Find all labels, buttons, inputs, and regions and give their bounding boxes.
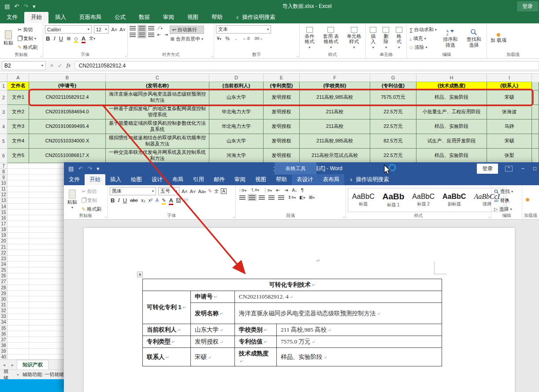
word-tab-绘图[interactable]: 绘图 <box>126 174 147 185</box>
row-header-35[interactable]: 35 <box>0 325 7 331</box>
column-header-G[interactable]: G <box>370 74 416 82</box>
word-table-cell[interactable]: 可转化专利技术↵ <box>143 279 442 291</box>
word-table-cell[interactable]: 211 高校,985 高校↵ <box>277 324 442 336</box>
font-name-combo[interactable]: Calibri▾ <box>45 25 92 34</box>
align-left-icon[interactable] <box>130 33 136 37</box>
multilevel-list-icon[interactable]: ⋮≡▾ <box>263 188 272 193</box>
row-header-13[interactable]: 13 <box>0 198 7 204</box>
excel-cell[interactable] <box>7 221 29 227</box>
borders-icon[interactable]: ⊞▾ <box>309 194 315 200</box>
row-header-18[interactable]: 18 <box>0 227 7 233</box>
row-header-23[interactable]: 23 <box>0 256 7 261</box>
cancel-icon[interactable]: × <box>50 63 53 69</box>
excel-cell[interactable]: CN201510086817.X <box>29 149 106 163</box>
select-button[interactable]: ▷选择▾ <box>493 205 514 213</box>
column-header-H[interactable]: H <box>416 74 487 82</box>
bold-icon[interactable]: B <box>46 35 50 42</box>
row-header-7[interactable]: 7 <box>0 163 7 169</box>
excel-tab-数据[interactable]: 数据 <box>132 12 156 23</box>
excel-cell[interactable]: 文件5 <box>7 149 29 163</box>
row-header-26[interactable]: 26 <box>0 273 7 279</box>
row-header-34[interactable]: 34 <box>0 320 7 325</box>
header-cell[interactable] <box>532 82 539 90</box>
word-table-cell[interactable]: 专利类型↵ <box>143 336 191 348</box>
excel-cell[interactable] <box>7 180 29 186</box>
row-header-39[interactable]: 39 <box>0 349 7 355</box>
font-color-icon[interactable]: A <box>169 197 173 204</box>
style-item-1[interactable]: AaBbC标题 <box>348 188 379 212</box>
word-table-cell[interactable]: 样品、实验阶段↵ <box>277 348 442 366</box>
comma-icon[interactable]: ， <box>234 35 238 41</box>
excel-cell[interactable]: 211高校,985高校 <box>300 134 370 149</box>
header-cell[interactable]: {学校类别} <box>300 82 370 90</box>
column-header-C[interactable]: C <box>106 74 209 82</box>
font-size-combo[interactable]: 12▾ <box>94 25 109 34</box>
redo-icon[interactable]: ↷ <box>87 165 92 172</box>
excel-tab-审阅[interactable]: 审阅 <box>156 12 181 23</box>
style-item-2[interactable]: AaBb标题 1 <box>379 188 409 212</box>
sheet-next-icon[interactable]: ▸ <box>8 362 17 367</box>
format-painter-button[interactable]: ✎格式刷 <box>17 44 38 51</box>
excel-cell[interactable]: 211高校,985高校 <box>300 90 370 105</box>
change-case-icon[interactable]: Aa▾ <box>198 189 206 194</box>
header-cell[interactable]: 文件名 <box>7 82 29 90</box>
shrink-font-icon[interactable]: A˅ <box>119 27 126 32</box>
borders-icon[interactable]: ⊞ <box>67 36 71 41</box>
font-dialog-launcher[interactable]: ⌟ <box>125 53 126 57</box>
copy-button[interactable]: 复制▾ <box>17 35 38 42</box>
word-tab-邮件[interactable]: 邮件 <box>209 174 230 185</box>
clear-button[interactable]: ◇清除▾ <box>409 44 438 51</box>
excel-cell[interactable]: 华北电力大学 <box>209 119 264 134</box>
justify-icon[interactable] <box>268 195 275 200</box>
excel-cell[interactable] <box>7 209 29 215</box>
excel-cell[interactable]: 试生产、应用开发阶段 <box>416 134 487 149</box>
excel-cell[interactable] <box>7 314 29 320</box>
underline-icon[interactable]: U <box>59 35 63 42</box>
grow-font-icon[interactable]: A˄ <box>182 189 188 194</box>
format-cells-button[interactable]: 格式▾ <box>394 25 405 51</box>
align-top-icon[interactable] <box>130 26 136 30</box>
word-table-cell[interactable]: 学校类别↵ <box>235 324 277 336</box>
word-table-cell[interactable]: 7575.0 万元↵ <box>277 336 442 348</box>
show-marks-icon[interactable]: ¶ <box>301 187 304 193</box>
row-header-21[interactable]: 21 <box>0 244 7 250</box>
row-header-20[interactable]: 20 <box>0 239 7 244</box>
excel-cell[interactable]: 张海波 <box>487 105 532 119</box>
word-login-button[interactable]: 登录 <box>477 164 498 174</box>
excel-cell[interactable] <box>7 227 29 233</box>
column-header-D[interactable]: D <box>209 74 264 82</box>
excel-tab-开始[interactable]: 开始 <box>24 12 48 23</box>
row-header-38[interactable]: 38 <box>0 343 7 348</box>
excel-cell[interactable] <box>532 149 539 163</box>
excel-cell[interactable]: 一种基于虚拟发电厂的地区复杂配网调度控制管理系统 <box>106 105 209 119</box>
excel-tab-插入[interactable]: 插入 <box>48 12 73 23</box>
merge-center-button[interactable]: ⊞合并后居中▾ <box>170 35 204 43</box>
row-header-12[interactable]: 12 <box>0 192 7 198</box>
addins-button[interactable] <box>524 187 531 212</box>
shading-icon[interactable]: ◧▾ <box>299 195 305 200</box>
excel-cell[interactable] <box>7 302 29 308</box>
excel-cell[interactable]: 22.5万元 <box>370 105 416 119</box>
align-bottom-icon[interactable] <box>148 26 154 30</box>
paragraph-dialog-launcher[interactable]: ⌟ <box>343 214 345 218</box>
subscript-icon[interactable]: x₂ <box>141 198 145 203</box>
excel-cell[interactable] <box>7 239 29 244</box>
fill-color-icon[interactable]: ◇ <box>74 36 78 41</box>
percent-icon[interactable]: % <box>225 36 230 41</box>
excel-cell[interactable] <box>7 285 29 291</box>
number-dialog-launcher[interactable]: ⌟ <box>297 53 298 57</box>
shrink-font-icon[interactable]: A˅ <box>190 189 196 194</box>
row-header-37[interactable]: 37 <box>0 337 7 343</box>
phonetic-guide-icon[interactable]: 文▾ <box>89 35 95 41</box>
numbering-icon[interactable]: ⒈≡▾ <box>250 187 259 193</box>
excel-cell[interactable]: 文件4 <box>7 134 29 149</box>
excel-cell[interactable] <box>7 268 29 273</box>
qat-customize-icon[interactable]: ▾ <box>97 165 100 172</box>
row-header-33[interactable]: 33 <box>0 314 7 320</box>
row-header-5[interactable]: 5 <box>0 134 7 149</box>
row-header-25[interactable]: 25 <box>0 268 7 273</box>
alignment-dialog-launcher[interactable]: ⌟ <box>211 53 213 57</box>
paste-button[interactable]: 粘贴▾ <box>66 187 79 212</box>
italic-icon[interactable]: I <box>118 197 119 204</box>
excel-cell[interactable] <box>7 343 29 348</box>
